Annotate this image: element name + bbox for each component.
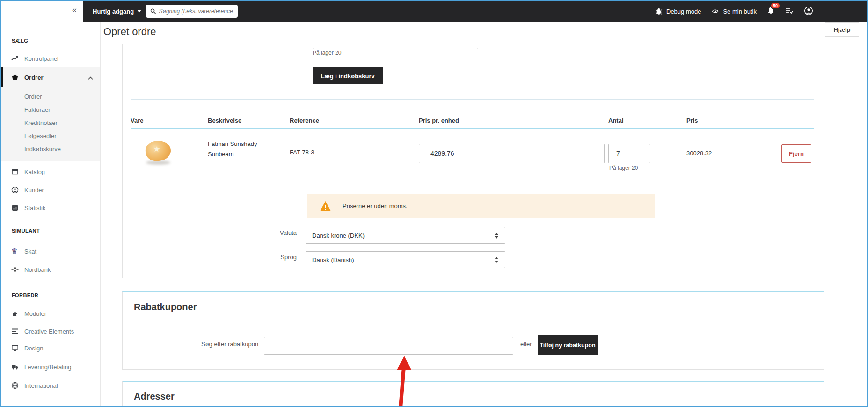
notifications-button[interactable]: 50 — [767, 7, 775, 16]
remove-product-button[interactable]: Fjern — [781, 144, 811, 163]
debug-mode-label: Debug mode — [666, 8, 701, 15]
language-label: Sprog — [250, 254, 297, 261]
eye-icon — [711, 8, 719, 15]
topbar: Hurtig adgang Debug mode Se min butik — [83, 1, 867, 22]
sidebar-item-levering-betaling[interactable]: Levering/Betaling — [1, 358, 100, 376]
sidebar-item-nordbank[interactable]: Nordbank — [1, 261, 100, 278]
globe-icon — [11, 382, 19, 389]
account-button[interactable] — [804, 6, 813, 17]
annotation-arrow — [388, 354, 416, 407]
table-top-divider — [131, 99, 814, 100]
notification-count-badge: 50 — [770, 2, 780, 9]
currency-value: Dansk krone (DKK) — [312, 232, 365, 239]
basket-icon — [11, 73, 19, 81]
bar-chart-icon — [11, 204, 19, 211]
sidebar-subitem-ordrer[interactable]: Ordrer — [24, 90, 42, 103]
sidebar-subitem-indkobskurve[interactable]: Indkøbskurve — [24, 142, 61, 155]
voucher-search-label: Søg efter rabatkupon — [201, 341, 248, 348]
sidebar-item-moduler[interactable]: Moduler — [1, 305, 100, 322]
sidebar-item-katalog[interactable]: Katalog — [1, 163, 100, 181]
monitor-icon — [11, 344, 19, 352]
addresses-title: Adresser — [134, 391, 175, 402]
page-header: Opret ordre Hjælp — [101, 22, 867, 44]
quantity-input[interactable] — [608, 144, 650, 163]
create-order-page: Hurtig adgang Debug mode Se min butik — [0, 0, 868, 407]
row-total-price: 30028.32 — [686, 150, 712, 157]
puzzle-icon — [11, 310, 19, 317]
user-icon — [804, 6, 813, 15]
vat-warning-banner: Priserne er uden moms. — [307, 194, 655, 218]
col-header-pris-pr-enhed: Pris pr. enhed — [419, 117, 459, 124]
unit-price-input[interactable] — [419, 144, 605, 163]
updown-icon — [494, 233, 499, 239]
sidebar-item-design[interactable]: Design — [1, 339, 100, 357]
star-decoration: ★ — [153, 144, 161, 154]
topbar-actions: Debug mode Se min butik 50 — [655, 1, 813, 22]
product-image-shadow — [146, 160, 170, 165]
sidebar-item-statistik[interactable]: Statistik — [1, 199, 100, 217]
vouchers-panel: Rabatkuponer — [122, 291, 824, 370]
sidebar: SÆLG Kontrolpanel Ordrer Ordrer Fakturae… — [1, 22, 101, 406]
language-value: Dansk (Danish) — [312, 256, 354, 263]
lines-icon — [11, 327, 19, 335]
or-label: eller — [520, 341, 532, 348]
page-title: Opret ordre — [103, 26, 156, 38]
quick-access-label: Hurtig adgang — [93, 8, 134, 15]
sidebar-section-simulant: SIMULANT — [12, 228, 40, 233]
sidebar-item-skat[interactable]: ♛ Skat — [1, 242, 100, 260]
view-shop-button[interactable]: Se min butik — [711, 8, 757, 15]
sidebar-subitem-fakturaer[interactable]: Fakturaer — [24, 103, 51, 116]
activity-feed-button[interactable] — [785, 7, 794, 16]
sidebar-item-kontrolpanel[interactable]: Kontrolpanel — [1, 50, 100, 67]
caret-down-icon — [137, 10, 141, 13]
sidebar-item-ordrer[interactable]: Ordrer — [1, 67, 100, 87]
sidebar-section-forbedr: FORBEDR — [12, 292, 38, 298]
sidebar-subitem-kreditnotaer[interactable]: Kreditnotaer — [24, 116, 58, 129]
sidebar-subitem-folgesedler[interactable]: Følgesedler — [24, 129, 57, 142]
updown-icon — [494, 257, 499, 263]
truck-icon — [11, 363, 19, 371]
currency-label: Valuta — [250, 229, 297, 236]
col-header-pris: Pris — [686, 117, 698, 124]
voucher-search-input[interactable] — [264, 337, 513, 355]
search-icon — [150, 8, 156, 15]
vouchers-title: Rabatkuponer — [134, 302, 197, 313]
debug-mode-button[interactable]: Debug mode — [655, 7, 701, 15]
help-button[interactable]: Hjælp — [825, 22, 859, 37]
sidebar-item-creative-elements[interactable]: Creative Elements — [1, 322, 100, 340]
row-stock-note: På lager 20 — [609, 165, 638, 171]
sidebar-item-kunder[interactable]: Kunder — [1, 181, 100, 199]
col-header-reference: Reference — [290, 117, 319, 124]
table-header-underline — [131, 128, 814, 129]
trend-icon — [11, 55, 19, 62]
addresses-panel: Adresser — [122, 381, 824, 407]
vat-warning-text: Priserne er uden moms. — [343, 203, 408, 210]
search-input[interactable] — [159, 8, 233, 15]
col-header-vare: Vare — [131, 117, 143, 124]
list-check-icon — [785, 7, 794, 15]
sidebar-item-international[interactable]: International — [1, 377, 100, 394]
sidebar-header: « — [1, 1, 83, 22]
row-bottom-divider — [131, 180, 814, 180]
bug-icon — [655, 7, 663, 15]
stock-note: På lager 20 — [313, 50, 341, 56]
crown-icon: ♛ — [11, 247, 19, 255]
global-search[interactable] — [146, 5, 238, 18]
add-to-cart-button[interactable]: Læg i indkøbskurv — [313, 67, 383, 84]
warning-icon — [320, 201, 331, 211]
chevron-up-icon[interactable] — [88, 74, 93, 81]
col-header-antal: Antal — [608, 117, 624, 124]
currency-select[interactable]: Dansk krone (DKK) — [306, 227, 505, 244]
product-name-line1: Fatman Sunshady — [208, 140, 257, 147]
language-select[interactable]: Dansk (Danish) — [306, 251, 505, 268]
add-voucher-button[interactable]: Tilføj ny rabatkupon — [538, 335, 598, 355]
main-content: På lager 20 Læg i indkøbskurv Vare Beskr… — [101, 44, 867, 406]
col-header-beskrivelse: Beskrivelse — [208, 117, 241, 124]
quick-access-menu[interactable]: Hurtig adgang — [93, 1, 141, 22]
collapse-sidebar-button[interactable]: « — [72, 5, 77, 15]
sidebar-section-saelg: SÆLG — [12, 38, 28, 44]
sparkle-icon — [11, 266, 19, 273]
view-shop-label: Se min butik — [723, 8, 757, 15]
store-icon — [11, 168, 19, 175]
customer-icon — [11, 186, 19, 194]
